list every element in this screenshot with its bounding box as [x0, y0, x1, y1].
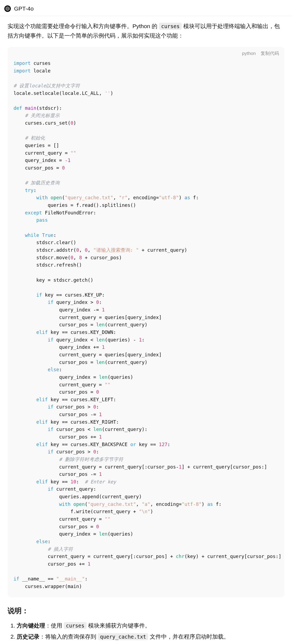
model-name: GPT-4o — [14, 4, 34, 14]
text: 文件中，并在程序启动时加载。 — [148, 633, 229, 640]
code-block: python 复制代码 import curses import locale … — [8, 47, 284, 597]
text: 方向键处理 — [17, 622, 45, 629]
code-content[interactable]: import curses import locale # 设置locale以支… — [8, 58, 284, 597]
conversation-header: GPT-4o — [0, 0, 292, 16]
code-header: python 复制代码 — [8, 47, 284, 58]
text: 模块来捕获方向键事件。 — [87, 622, 151, 629]
copy-code-button[interactable]: 复制代码 — [261, 50, 279, 58]
text: 历史记录 — [17, 633, 39, 640]
explanation-heading: 说明： — [8, 605, 284, 617]
inline-code: curses — [64, 622, 87, 629]
list-item: 方向键处理：使用 curses 模块来捕获方向键事件。 — [17, 621, 284, 630]
text: ：使用 — [45, 622, 64, 629]
list-item: 历史记录：将输入的查询保存到 query_cache.txt 文件中，并在程序启… — [17, 632, 284, 642]
inline-code: query_cache.txt — [98, 633, 148, 640]
text: ：将输入的查询保存到 — [39, 633, 98, 640]
code-lang-label: python — [242, 50, 256, 58]
text: 实现这个功能需要处理命令行输入和方向键事件。Python 的 — [8, 23, 159, 29]
openai-logo-icon — [4, 5, 11, 12]
explanation-list: 方向键处理：使用 curses 模块来捕获方向键事件。 历史记录：将输入的查询保… — [8, 621, 284, 644]
inline-code: curses — [159, 23, 182, 30]
message-body: 实现这个功能需要处理命令行输入和方向键事件。Python 的 curses 模块… — [0, 16, 292, 644]
intro-paragraph: 实现这个功能需要处理命令行输入和方向键事件。Python 的 curses 模块… — [8, 21, 284, 41]
